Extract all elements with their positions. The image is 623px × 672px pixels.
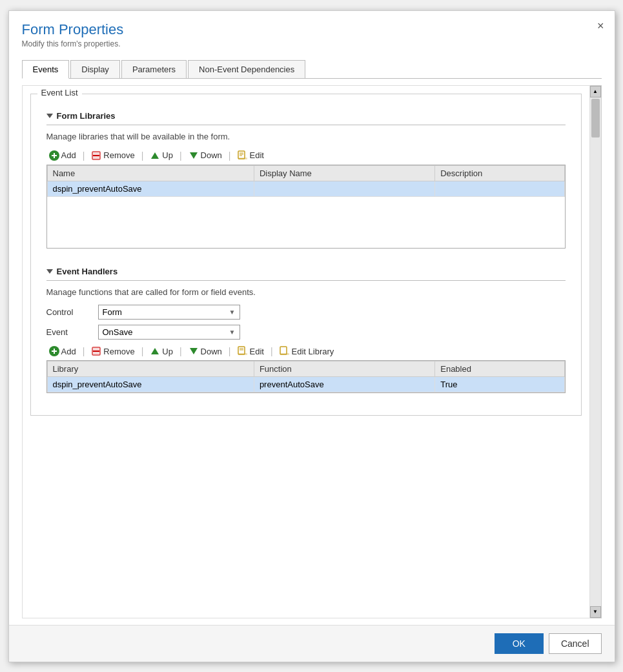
- event-handlers-up-button[interactable]: Up: [147, 345, 176, 358]
- scroll-down-button[interactable]: ▼: [590, 606, 601, 618]
- eh-col-enabled: Enabled: [435, 361, 564, 377]
- remove-icon2: [91, 346, 101, 356]
- collapse-arrow-icon2[interactable]: [46, 269, 53, 274]
- edit-icon2: [238, 346, 248, 356]
- event-handlers-subsection: Event Handlers Manage functions that are…: [40, 261, 572, 393]
- dialog-footer: OK Cancel: [9, 625, 615, 662]
- event-list-label: Event List: [37, 88, 82, 97]
- form-libraries-toolbar: Add | Remove |: [40, 147, 572, 165]
- sep7: |: [176, 346, 186, 356]
- form-libraries-up-button[interactable]: Up: [147, 149, 176, 162]
- edit-icon: [238, 150, 248, 161]
- eh-row-function: preventAutoSave: [254, 377, 434, 392]
- edit-library-icon: [280, 346, 290, 356]
- event-handlers-add-button[interactable]: Add: [46, 345, 79, 358]
- form-libraries-subsection: Form Libraries Manage libraries that wil…: [40, 106, 572, 249]
- control-label: Control: [46, 307, 92, 317]
- sep1: |: [79, 150, 89, 161]
- svg-marker-13: [151, 348, 159, 354]
- form-properties-dialog: Form Properties Modify this form's prope…: [8, 10, 615, 662]
- scroll-thumb[interactable]: [591, 99, 600, 137]
- form-libraries-remove-button[interactable]: Remove: [88, 149, 137, 162]
- event-handlers-description: Manage functions that are called for for…: [40, 287, 572, 302]
- dialog-title: Form Properties: [22, 21, 602, 38]
- eh-col-function: Function: [254, 361, 434, 377]
- tabs-bar: Events Display Parameters Non-Event Depe…: [22, 60, 602, 79]
- remove-icon: [91, 150, 101, 161]
- form-libraries-table: Name Display Name Description dspin_prev…: [46, 165, 566, 249]
- add-icon2: [49, 346, 59, 356]
- tab-non-event-dependencies[interactable]: Non-Event Dependencies: [188, 60, 305, 78]
- collapse-arrow-icon[interactable]: [46, 114, 53, 118]
- sep9: |: [267, 346, 277, 356]
- scrollbar[interactable]: ▲ ▼: [590, 85, 602, 618]
- form-libraries-description: Manage libraries that will be available …: [40, 132, 572, 147]
- dialog-subtitle: Modify this form's properties.: [22, 39, 602, 48]
- lib-row-display: [254, 181, 434, 196]
- event-handlers-table: Library Function Enabled dspin_preventAu…: [46, 360, 566, 393]
- eh-col-library: Library: [47, 361, 254, 377]
- tab-events[interactable]: Events: [22, 60, 70, 79]
- cancel-button[interactable]: Cancel: [549, 633, 602, 654]
- event-handlers-divider: [46, 280, 566, 281]
- lib-row-desc: [435, 181, 564, 196]
- event-value: OnSave: [103, 327, 133, 337]
- event-handlers-title: Event Handlers: [40, 261, 572, 279]
- lib-table-row[interactable]: dspin_preventAutoSave: [47, 181, 564, 196]
- section-content: Form Libraries Manage libraries that wil…: [31, 94, 581, 416]
- lib-col-name: Name: [47, 165, 254, 181]
- eh-row-enabled: True: [435, 377, 564, 392]
- form-libraries-edit-button[interactable]: Edit: [235, 149, 267, 162]
- event-handlers-remove-button[interactable]: Remove: [88, 345, 137, 358]
- event-label: Event: [46, 327, 92, 337]
- close-button[interactable]: ×: [597, 20, 604, 32]
- dialog-header: Form Properties Modify this form's prope…: [9, 11, 615, 54]
- tab-parameters[interactable]: Parameters: [121, 60, 187, 78]
- event-handlers-edit-button[interactable]: Edit: [235, 345, 267, 358]
- event-handlers-down-button[interactable]: Down: [186, 345, 225, 358]
- scroll-up-button[interactable]: ▲: [590, 86, 601, 97]
- sep3: |: [176, 150, 186, 161]
- main-content: Event List Form Libraries Manage librari…: [22, 85, 590, 618]
- sep4: |: [225, 150, 235, 161]
- sep8: |: [225, 346, 235, 356]
- event-dropdown[interactable]: OnSave ▼: [98, 325, 240, 340]
- event-dropdown-arrow-icon: ▼: [229, 329, 236, 336]
- sep5: |: [79, 346, 89, 356]
- dialog-body: Event List Form Libraries Manage librari…: [9, 79, 615, 625]
- sep2: |: [138, 150, 148, 161]
- control-value: Form: [103, 307, 122, 317]
- control-row: Control Form ▼: [40, 302, 572, 322]
- control-dropdown[interactable]: Form ▼: [98, 305, 240, 320]
- eh-table-row[interactable]: dspin_preventAutoSave preventAutoSave Tr…: [47, 377, 564, 392]
- event-handlers-toolbar: Add | Remove |: [40, 342, 572, 360]
- eh-row-library: dspin_preventAutoSave: [47, 377, 254, 392]
- event-row: Event OnSave ▼: [40, 322, 572, 342]
- up-icon: [150, 150, 160, 161]
- control-dropdown-arrow-icon: ▼: [229, 309, 236, 316]
- svg-marker-14: [190, 348, 198, 354]
- form-libraries-add-button[interactable]: Add: [46, 149, 79, 162]
- tab-display[interactable]: Display: [70, 60, 120, 78]
- form-libraries-title: Form Libraries: [40, 106, 572, 123]
- form-libraries-down-button[interactable]: Down: [186, 149, 225, 162]
- up-icon2: [150, 346, 160, 356]
- event-handlers-edit-library-button[interactable]: Edit Library: [277, 345, 337, 358]
- form-libraries-divider: [46, 125, 566, 125]
- svg-marker-3: [151, 152, 159, 159]
- sep6: |: [138, 346, 148, 356]
- ok-button[interactable]: OK: [495, 633, 544, 654]
- down-icon2: [189, 346, 199, 356]
- lib-empty-row: [47, 196, 564, 248]
- svg-marker-4: [190, 152, 198, 159]
- lib-row-name: dspin_preventAutoSave: [47, 181, 254, 196]
- lib-col-display: Display Name: [254, 165, 434, 181]
- add-icon: [49, 150, 59, 161]
- event-list-section: Event List Form Libraries Manage librari…: [30, 94, 582, 416]
- lib-col-desc: Description: [435, 165, 564, 181]
- down-icon: [189, 150, 199, 161]
